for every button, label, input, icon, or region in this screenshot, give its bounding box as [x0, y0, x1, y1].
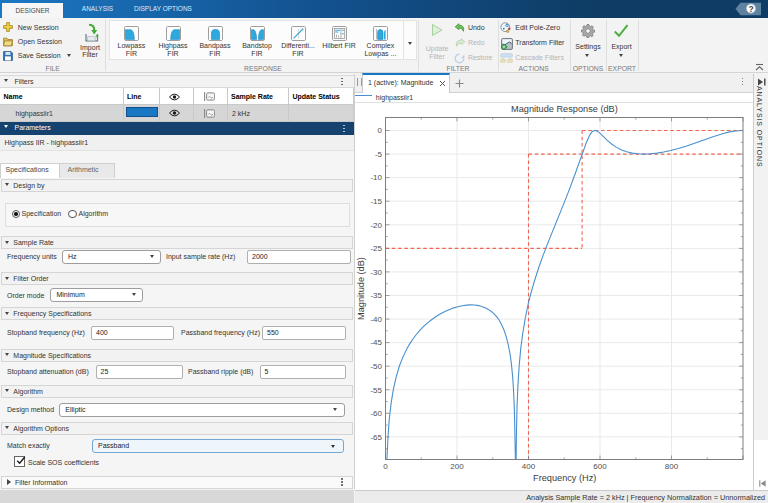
svg-text:400: 400: [522, 462, 536, 471]
svg-text:-40: -40: [370, 315, 382, 324]
svg-text:Magnitude Response (dB): Magnitude Response (dB): [511, 104, 618, 114]
svg-text:600: 600: [593, 462, 607, 471]
svg-text:-55: -55: [370, 386, 382, 395]
svg-text:-60: -60: [370, 409, 382, 418]
svg-text:-35: -35: [370, 291, 382, 300]
svg-text:Frequency (Hz): Frequency (Hz): [533, 473, 596, 483]
svg-text:-10: -10: [370, 173, 382, 182]
svg-text:-25: -25: [370, 244, 382, 253]
svg-text:?: ?: [748, 4, 753, 14]
svg-text:-15: -15: [370, 197, 382, 206]
svg-text:-20: -20: [370, 221, 382, 230]
svg-text:-50: -50: [370, 362, 382, 371]
svg-text:0: 0: [378, 126, 383, 135]
svg-text:0: 0: [383, 462, 388, 471]
svg-text:200: 200: [450, 462, 464, 471]
svg-text:800: 800: [665, 462, 679, 471]
svg-text:-45: -45: [370, 338, 382, 347]
svg-text:-5: -5: [375, 150, 383, 159]
svg-text:Magnitude (dB): Magnitude (dB): [356, 257, 366, 320]
svg-text:-30: -30: [370, 268, 382, 277]
svg-text:-65: -65: [370, 433, 382, 442]
